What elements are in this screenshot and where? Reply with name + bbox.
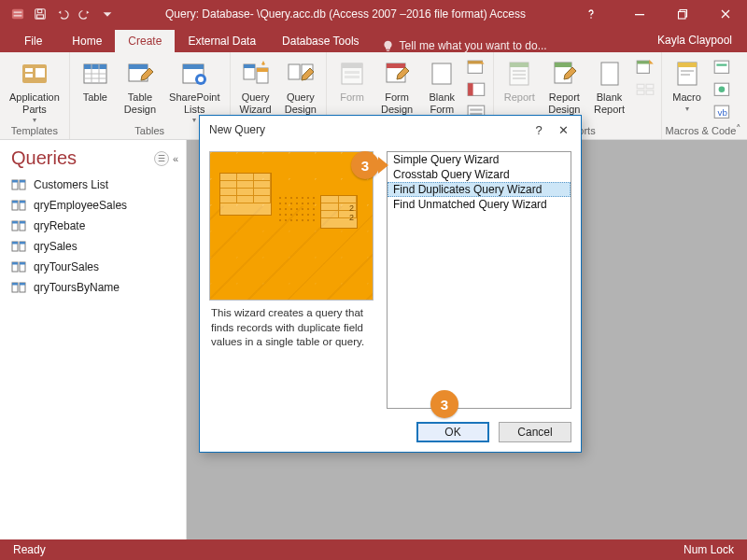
redo-icon[interactable]: [78, 7, 92, 21]
title-bar: Query: Database- \Query.acc.db (Access 2…: [0, 0, 747, 28]
svg-rect-90: [20, 262, 25, 265]
nav-list: Customers List qryEmployeeSales qryRebat…: [0, 175, 186, 305]
dialog-title: New Query: [209, 123, 265, 136]
blank-form-icon: [427, 59, 457, 89]
svg-rect-64: [681, 74, 690, 76]
blank-report-button[interactable]: Blank Report: [588, 56, 631, 115]
save-icon[interactable]: [34, 7, 47, 21]
svg-rect-0: [12, 9, 23, 20]
report-wizard-icon[interactable]: [635, 58, 655, 77]
table-icon: [80, 59, 110, 89]
tab-home[interactable]: Home: [59, 30, 115, 52]
collapse-ribbon-icon[interactable]: ˄: [736, 123, 741, 135]
minimize-button[interactable]: [618, 0, 661, 28]
blank-report-icon: [595, 59, 625, 89]
nav-collapse-icon[interactable]: «: [173, 153, 178, 164]
query-wizard-icon: [241, 59, 271, 89]
cancel-button[interactable]: Cancel: [499, 422, 571, 442]
nav-item-label: qryRebate: [34, 219, 85, 232]
query-object-icon: [11, 178, 26, 191]
svg-rect-38: [387, 63, 405, 68]
report-design-button[interactable]: Report Design: [543, 56, 585, 115]
module-icon[interactable]: [712, 58, 733, 77]
svg-rect-84: [12, 242, 18, 245]
application-parts-button[interactable]: Application Parts ▾: [4, 56, 65, 123]
nav-item[interactable]: Customers List: [4, 175, 182, 195]
svg-rect-41: [468, 61, 482, 63]
svg-rect-54: [601, 63, 618, 85]
svg-point-6: [590, 17, 592, 19]
wizard-option[interactable]: Find Duplicates Query Wizard: [388, 182, 571, 197]
report-design-icon: [549, 59, 579, 89]
navigation-icon[interactable]: [467, 80, 487, 99]
wizard-option[interactable]: Crosstab Query Wizard: [388, 167, 571, 182]
wizard-option[interactable]: Find Unmatched Query Wizard: [388, 197, 571, 212]
svg-rect-12: [25, 68, 33, 72]
nav-item-label: qryToursByName: [34, 281, 120, 294]
form-wizard-icon[interactable]: [467, 58, 487, 77]
macro-button[interactable]: Macro ▾: [666, 56, 709, 112]
svg-rect-53: [555, 63, 571, 67]
class-module-icon[interactable]: [712, 80, 733, 99]
wizard-option[interactable]: Simple Query Wizard: [388, 152, 571, 167]
svg-rect-1: [14, 11, 22, 13]
visual-basic-icon[interactable]: vb: [712, 103, 733, 121]
account-user[interactable]: Kayla Claypool: [652, 30, 747, 52]
dialog-titlebar[interactable]: New Query ? ✕: [200, 116, 581, 144]
svg-rect-16: [84, 64, 106, 69]
svg-rect-45: [471, 109, 483, 111]
svg-point-68: [718, 87, 725, 93]
blank-form-button[interactable]: Blank Form: [420, 56, 463, 115]
status-numlock: Num Lock: [684, 543, 734, 556]
form-button[interactable]: Form: [331, 56, 374, 104]
qat-customize-icon[interactable]: [101, 7, 114, 21]
help-icon[interactable]: [570, 0, 613, 28]
table-button[interactable]: Table: [74, 56, 117, 104]
svg-rect-39: [432, 63, 451, 84]
table-design-label: Table Design: [124, 91, 156, 115]
tell-me-search[interactable]: Tell me what you want to do...: [382, 39, 547, 52]
report-button[interactable]: Report: [498, 56, 541, 104]
callout-step-3a: 3: [351, 151, 379, 179]
nav-item[interactable]: qryEmployeeSales: [4, 195, 182, 216]
sharepoint-lists-label: SharePoint Lists: [169, 91, 219, 115]
dialog-help-icon[interactable]: ?: [527, 119, 551, 140]
query-design-label: Query Design: [285, 91, 317, 115]
tell-me-placeholder: Tell me what you want to do...: [400, 39, 547, 52]
wizard-list[interactable]: Simple Query WizardCrosstab Query Wizard…: [387, 151, 571, 409]
svg-rect-28: [244, 64, 255, 68]
tab-database-tools[interactable]: Database Tools: [269, 30, 373, 52]
restore-button[interactable]: [661, 0, 704, 28]
svg-rect-56: [637, 61, 649, 63]
svg-rect-76: [12, 201, 18, 203]
undo-icon[interactable]: [56, 7, 69, 21]
form-design-button[interactable]: Form Design: [375, 56, 418, 115]
dialog-right-panel: Simple Query WizardCrosstab Query Wizard…: [387, 151, 571, 409]
nav-item-label: Customers List: [34, 178, 108, 191]
svg-rect-14: [35, 68, 45, 77]
nav-item[interactable]: qryRebate: [4, 216, 182, 236]
tab-external-data[interactable]: External Data: [175, 30, 269, 52]
query-wizard-button[interactable]: Query Wizard: [234, 56, 277, 115]
nav-search-icon[interactable]: ☰: [154, 151, 169, 166]
macros-small-buttons: vb: [711, 56, 735, 121]
sharepoint-lists-button[interactable]: SharePoint Lists ▾: [163, 56, 225, 123]
nav-item[interactable]: qrySales: [4, 236, 182, 257]
query-wizard-label: Query Wizard: [240, 91, 272, 115]
nav-item[interactable]: qryToursByName: [4, 277, 182, 298]
tab-file[interactable]: File: [7, 30, 59, 52]
svg-rect-78: [20, 201, 25, 203]
blank-form-label: Blank Form: [429, 91, 455, 115]
svg-rect-31: [289, 64, 300, 79]
svg-rect-50: [513, 74, 526, 76]
group-label-macros: Macros & Code: [666, 123, 737, 139]
close-button[interactable]: [704, 0, 747, 28]
ok-button[interactable]: OK: [416, 422, 489, 442]
nav-item[interactable]: qryTourSales: [4, 257, 182, 277]
table-design-button[interactable]: Table Design: [119, 56, 162, 115]
query-design-button[interactable]: Query Design: [279, 56, 322, 115]
dialog-close-icon[interactable]: ✕: [551, 119, 575, 140]
tab-create[interactable]: Create: [115, 30, 175, 52]
nav-header[interactable]: Queries ☰ «: [0, 140, 186, 175]
labels-icon[interactable]: [635, 80, 655, 99]
